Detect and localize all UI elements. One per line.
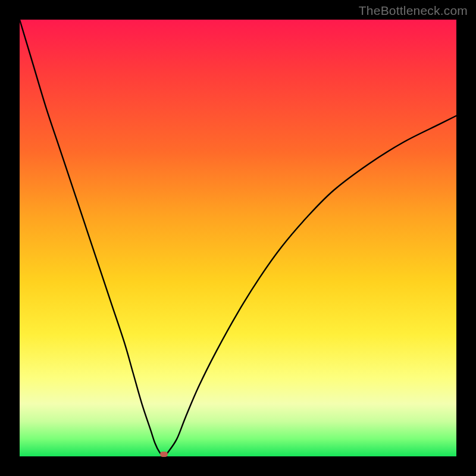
optimal-point-marker (160, 452, 168, 457)
plot-area (20, 20, 456, 456)
chart-frame: TheBottleneck.com (0, 0, 476, 476)
watermark-text: TheBottleneck.com (359, 4, 468, 18)
bottleneck-curve (20, 20, 456, 456)
